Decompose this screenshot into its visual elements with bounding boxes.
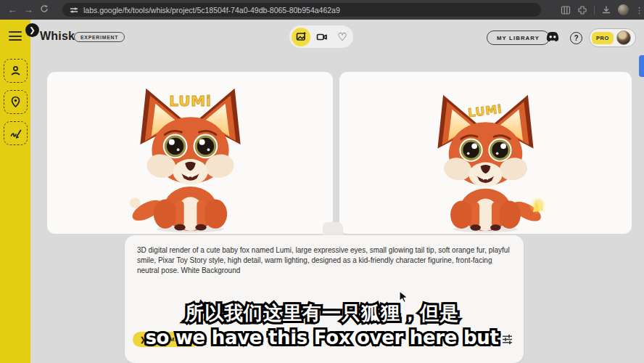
discord-button[interactable] (545, 31, 560, 46)
extensions-icon[interactable] (577, 5, 587, 15)
browser-forward-button[interactable]: → (20, 4, 36, 15)
subtitle-chinese: 所以我们这里有一只狐狸，但是 所以我们这里有一只狐狸，但是 (0, 301, 644, 326)
tab-groups-icon[interactable] (561, 5, 571, 15)
generated-image-card-left[interactable]: LUMi (47, 72, 333, 234)
location-pin-icon (9, 96, 22, 108)
account-pill[interactable]: PRO (589, 28, 636, 47)
menu-icon[interactable] (9, 31, 22, 41)
divider (594, 6, 595, 15)
image-icon (296, 31, 307, 42)
reload-icon (40, 4, 49, 13)
browser-reload-button[interactable] (36, 4, 52, 15)
url-text: labs.google/fx/tools/whisk/project/5c185… (83, 6, 340, 15)
discord-icon (545, 31, 560, 43)
favorites-button[interactable]: ♡ (334, 28, 351, 46)
site-controls-icon (70, 6, 78, 15)
video-icon (316, 32, 328, 42)
mouse-cursor (399, 290, 409, 303)
page-title: Whisk (40, 30, 75, 43)
help-button[interactable]: ? (570, 32, 582, 44)
video-mode-button[interactable] (313, 28, 331, 46)
subtitle-english: so we have this Fox over here but so we … (0, 327, 644, 348)
person-icon (9, 65, 22, 77)
heart-icon: ♡ (337, 31, 347, 42)
sidebar-expand-button[interactable]: ❯ (25, 23, 39, 37)
sidebar-item-style[interactable] (4, 121, 28, 145)
fox-illustration: LUMi (126, 85, 255, 234)
generated-image-card-right[interactable]: LUMi (339, 72, 632, 234)
browser-profile-avatar[interactable] (618, 4, 629, 15)
my-library-button[interactable]: MY LIBRARY (487, 30, 550, 45)
sidebar-item-subject[interactable] (4, 59, 28, 83)
screen: ← → labs.google/fx/tools/whisk/project/5… (0, 0, 644, 363)
url-bar[interactable]: labs.google/fx/tools/whisk/project/5c185… (62, 3, 541, 17)
prompt-text[interactable]: 3D digital render of a cute baby fox nam… (125, 235, 524, 275)
browser-menu-icon[interactable]: ⋮ (635, 9, 641, 12)
mode-switcher: ♡ (289, 25, 353, 48)
style-pen-icon (9, 127, 22, 140)
downloads-icon[interactable] (601, 5, 611, 15)
question-mark: ? (574, 34, 578, 42)
character-name-label: LUMi (467, 102, 503, 121)
character-name-label: LUMi (169, 92, 211, 110)
browser-back-button[interactable]: ← (4, 4, 20, 15)
feedback-tab[interactable] (639, 55, 644, 77)
sidebar-item-scene[interactable] (4, 90, 28, 114)
user-avatar (616, 30, 631, 45)
experiment-badge: EXPERIMENT (74, 32, 125, 42)
pro-badge: PRO (592, 32, 614, 44)
fox-illustration: LUMi (424, 91, 547, 234)
browser-chrome: ← → labs.google/fx/tools/whisk/project/5… (0, 0, 644, 20)
image-mode-button[interactable] (292, 28, 310, 46)
